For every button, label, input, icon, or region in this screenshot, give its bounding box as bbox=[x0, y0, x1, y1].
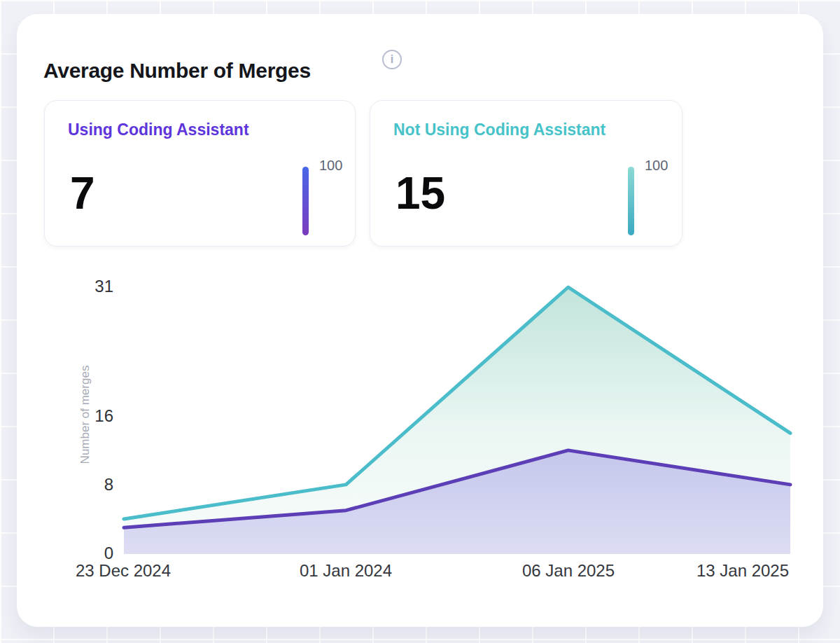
info-icon[interactable]: i bbox=[382, 50, 402, 69]
stat-card-not-using-coding-assistant: Not Using Coding Assistant 15 100 bbox=[370, 100, 682, 247]
stat-card-value: 7 bbox=[70, 171, 95, 216]
y-tick-31: 31 bbox=[70, 276, 113, 297]
y-axis-label: Number of merges bbox=[78, 366, 92, 464]
stat-card-label: Using Coding Assistant bbox=[68, 120, 249, 139]
x-tick-01-jan-2024: 01 Jan 2024 bbox=[300, 561, 392, 581]
stat-card-value: 15 bbox=[396, 171, 445, 216]
info-icon-glyph: i bbox=[391, 53, 393, 66]
scale-max-label: 100 bbox=[319, 158, 342, 174]
stat-card-using-coding-assistant: Using Coding Assistant 7 100 bbox=[44, 100, 356, 247]
y-tick-8: 8 bbox=[70, 474, 113, 495]
x-tick-06-jan-2025: 06 Jan 2025 bbox=[522, 561, 615, 581]
page-title: Average Number of Merges bbox=[43, 59, 311, 83]
scale-bar bbox=[302, 167, 309, 235]
stat-card-label: Not Using Coding Assistant bbox=[393, 120, 606, 139]
x-tick-13-jan-2025: 13 Jan 2025 bbox=[696, 561, 789, 581]
scale-bar bbox=[628, 167, 634, 235]
scale-max-label: 100 bbox=[645, 158, 668, 174]
x-tick-23-dec-2024: 23 Dec 2024 bbox=[76, 561, 171, 581]
